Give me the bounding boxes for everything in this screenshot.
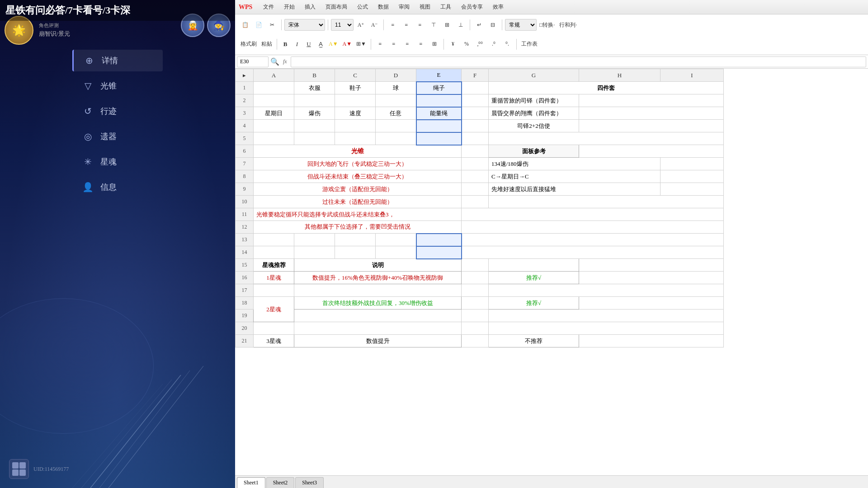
cell-2starsoul-rec[interactable]: 推荐√	[489, 297, 579, 310]
cell-I8[interactable]	[660, 170, 724, 183]
cell-1starsoul[interactable]: 1星魂	[254, 272, 294, 284]
col-header-F[interactable]: F	[462, 69, 489, 82]
align-center-btn[interactable]: ≡	[400, 19, 413, 31]
paste-btn[interactable]: 📋	[239, 19, 251, 31]
cell-B17[interactable]	[294, 284, 462, 297]
cell-panel-val2[interactable]: C→星期日→C	[489, 170, 660, 183]
strikethrough-btn[interactable]: A̲	[315, 39, 326, 50]
cell-F3[interactable]	[462, 107, 489, 120]
cell-C14[interactable]	[335, 246, 376, 259]
cell-I7[interactable]	[660, 158, 724, 170]
font-increase-btn[interactable]: A⁺	[354, 19, 367, 31]
cell-D5[interactable]	[376, 132, 416, 145]
menu-review[interactable]: 审阅	[395, 2, 413, 12]
cell-B5[interactable]	[294, 132, 335, 145]
cell-A13[interactable]	[254, 234, 294, 246]
cell-F8[interactable]	[462, 170, 489, 183]
cell-H11[interactable]	[462, 208, 724, 221]
font-color-btn[interactable]: A▼	[341, 38, 354, 51]
align-justify-btn[interactable]: ≡	[415, 38, 427, 51]
cell-B14[interactable]	[294, 246, 335, 259]
menu-efficiency[interactable]: 效率	[489, 2, 507, 12]
cell-merged-9[interactable]: 游戏尘寰（适配但无回能）	[254, 183, 462, 196]
number-format-select[interactable]: 常规	[505, 19, 537, 31]
align-top-btn[interactable]: ⊤	[427, 19, 440, 31]
cell-D3[interactable]: 任意	[376, 107, 416, 120]
cell-G17[interactable]	[489, 284, 724, 297]
cell-panel-val3[interactable]: 先堆好速度以后直接猛堆	[489, 183, 660, 196]
cell-F4[interactable]	[462, 120, 489, 132]
cell-H16[interactable]	[579, 272, 724, 284]
sheet-area[interactable]: ▸ A B C D E F G H I 1 衣服 鞋子	[235, 69, 868, 475]
cell-G5[interactable]	[489, 132, 724, 145]
cell-H12[interactable]	[462, 221, 724, 234]
merge-btn[interactable]: ⊟	[486, 19, 499, 31]
menu-home[interactable]: 开始	[280, 2, 298, 12]
cell-E4[interactable]	[416, 120, 462, 132]
cell-3starsoul-desc[interactable]: 数值提升	[294, 335, 462, 347]
menu-view[interactable]: 视图	[416, 2, 434, 12]
cell-A3[interactable]: 星期日	[254, 107, 294, 120]
cell-D1[interactable]: 球	[376, 82, 416, 94]
decimal-inc-btn[interactable]: .⁰	[487, 38, 500, 51]
rowcol-btn[interactable]: 行和列·	[557, 19, 579, 31]
cell-merged-11[interactable]: 光锥要稳定循环只能选择专武或但战斗还未结束叠3，	[254, 208, 462, 221]
cell-B19[interactable]	[294, 310, 462, 322]
worksheet-btn[interactable]: 工作表	[519, 38, 539, 51]
cell-G15[interactable]	[489, 259, 579, 272]
cell-3starsoul[interactable]: 3星魂	[254, 335, 294, 347]
cell-F18[interactable]	[462, 297, 489, 310]
cell-A20[interactable]	[254, 322, 294, 335]
cell-G1[interactable]: 四件套	[489, 82, 724, 94]
bold-btn[interactable]: B	[280, 39, 291, 50]
col-header-A[interactable]: A	[254, 69, 294, 82]
cell-G4[interactable]: 司铎2+2信使	[489, 120, 579, 132]
border-btn[interactable]: ⊞▼	[354, 38, 368, 51]
italic-btn[interactable]: I	[292, 39, 302, 50]
cell-F7[interactable]	[462, 158, 489, 170]
format-painter-btn[interactable]: 格式刷	[239, 38, 259, 51]
cell-A2[interactable]	[254, 94, 294, 107]
cell-F9[interactable]	[462, 183, 489, 196]
cell-H4[interactable]	[579, 120, 724, 132]
cell-starsoul-header[interactable]: 星魂推荐	[254, 259, 294, 272]
cell-H6[interactable]	[579, 145, 724, 158]
col-header-C[interactable]: C	[335, 69, 376, 82]
cell-D4[interactable]	[376, 120, 416, 132]
cell-B13[interactable]	[294, 234, 335, 246]
nav-item-lightcone[interactable]: ▽ 光锥	[72, 75, 163, 97]
menu-formula[interactable]: 公式	[354, 2, 372, 12]
cell-A5[interactable]	[254, 132, 294, 145]
cell-1starsoul-desc[interactable]: 数值提升，16%角色无视防御+40%召唤物无视防御	[294, 272, 462, 284]
cell-panel-val1[interactable]: 134速/180爆伤	[489, 158, 660, 170]
convert-btn[interactable]: □转换·	[538, 19, 557, 31]
cell-C2[interactable]	[335, 94, 376, 107]
menu-insert[interactable]: 插入	[301, 2, 319, 12]
wrap-text-btn[interactable]: ↵	[473, 19, 486, 31]
cell-F5[interactable]	[462, 132, 489, 145]
nav-item-info[interactable]: 👤 信息	[72, 176, 163, 198]
cell-I9[interactable]	[660, 183, 724, 196]
cell-B20[interactable]	[294, 322, 462, 335]
cell-D2[interactable]	[376, 94, 416, 107]
cell-H18[interactable]	[579, 297, 724, 310]
cell-D14[interactable]	[376, 246, 416, 259]
cell-C1[interactable]: 鞋子	[335, 82, 376, 94]
cell-1starsoul-rec[interactable]: 推荐√	[489, 272, 579, 284]
nav-item-detail[interactable]: ⊕ 详情	[72, 50, 163, 71]
cell-C3[interactable]: 速度	[335, 107, 376, 120]
col-header-I[interactable]: I	[660, 69, 724, 82]
cell-F17[interactable]	[462, 284, 489, 297]
sheet-tab-1[interactable]: Sheet1	[237, 477, 265, 488]
cell-B4[interactable]	[294, 120, 335, 132]
col-header-B[interactable]: B	[294, 69, 335, 82]
cell-merged-6[interactable]: 光锥	[254, 145, 462, 158]
menu-data[interactable]: 数据	[374, 2, 392, 12]
cell-C13[interactable]	[335, 234, 376, 246]
cell-F19[interactable]	[462, 310, 489, 322]
cell-panel-label[interactable]: 面板参考	[489, 145, 579, 158]
align-left-btn[interactable]: ≡	[387, 19, 399, 31]
cell-H2[interactable]	[579, 94, 724, 107]
percent-btn[interactable]: ¥	[447, 38, 459, 51]
cell-desc-header[interactable]: 说明	[294, 259, 462, 272]
